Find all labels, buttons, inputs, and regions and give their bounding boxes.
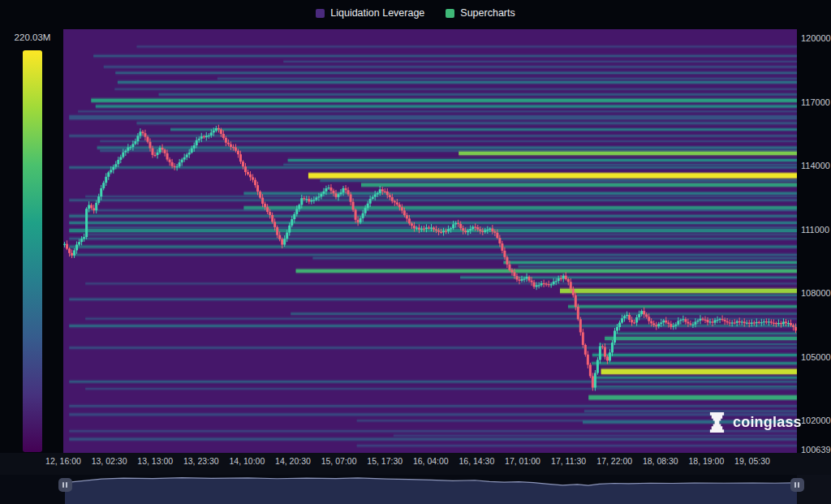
legend-item-1[interactable]: Supercharts: [446, 7, 515, 19]
legend-swatch-icon: [316, 9, 325, 18]
time-tick-label: 18, 19:00: [688, 456, 724, 466]
time-tick-label: 13, 13:00: [137, 456, 173, 466]
price-tick-label: 114000: [801, 161, 830, 170]
price-tick-label: 105000: [801, 352, 831, 362]
time-tick-label: 15, 07:00: [321, 456, 357, 466]
chart-legend: Liquidation LeverageSupercharts: [0, 5, 831, 21]
legend-swatch-icon: [446, 9, 454, 18]
time-tick-label: 13, 02:30: [92, 456, 127, 466]
price-tick-label: 111000: [801, 225, 829, 235]
time-tick-label: 14, 10:00: [229, 456, 265, 466]
price-axis[interactable]: 1200001170001140001110001080001050001020…: [800, 0, 831, 454]
legend-label: Supercharts: [460, 7, 515, 19]
watermark-text: coinglass: [733, 414, 802, 431]
time-tick-label: 16, 14:30: [459, 456, 494, 466]
price-tick-label: 102000: [801, 416, 831, 425]
price-tick-label: 108000: [801, 288, 831, 298]
legend-item-0[interactable]: Liquidation Leverage: [316, 7, 424, 19]
time-tick-label: 17, 01:00: [505, 456, 540, 466]
price-tick-label: 120000: [801, 33, 831, 43]
time-tick-label: 18, 08:30: [643, 456, 678, 466]
coinglass-watermark: coinglass: [708, 411, 802, 433]
liquidation-heatmap-app: Liquidation LeverageSupercharts 220.03M …: [0, 0, 831, 504]
time-tick-label: 16, 04:00: [413, 456, 449, 466]
heatmap-candlestick-canvas[interactable]: [63, 29, 797, 453]
time-tick-label: 17, 22:00: [596, 456, 632, 466]
time-tick-label: 19, 05:30: [734, 456, 770, 466]
time-tick-label: 14, 20:30: [275, 456, 311, 466]
navigator-canvas[interactable]: [0, 475, 831, 504]
navigator-left-handle[interactable]: [58, 478, 72, 492]
time-tick-label: 12, 16:00: [45, 456, 81, 466]
time-tick-label: 15, 17:30: [367, 456, 403, 466]
colorbar-gradient: [23, 50, 42, 452]
time-tick-label: 13, 23:30: [183, 456, 219, 466]
coinglass-logo-icon: [708, 411, 726, 433]
navigator-right-handle[interactable]: [790, 478, 804, 492]
legend-label: Liquidation Leverage: [330, 7, 424, 19]
colorbar-max-label: 220.03M: [0, 32, 65, 42]
navigator: [0, 475, 831, 504]
time-axis[interactable]: 12, 16:0013, 02:3013, 13:0013, 23:3014, …: [0, 456, 831, 469]
time-tick-label: 17, 11:30: [551, 456, 586, 466]
price-tick-label: 117000: [801, 97, 830, 107]
